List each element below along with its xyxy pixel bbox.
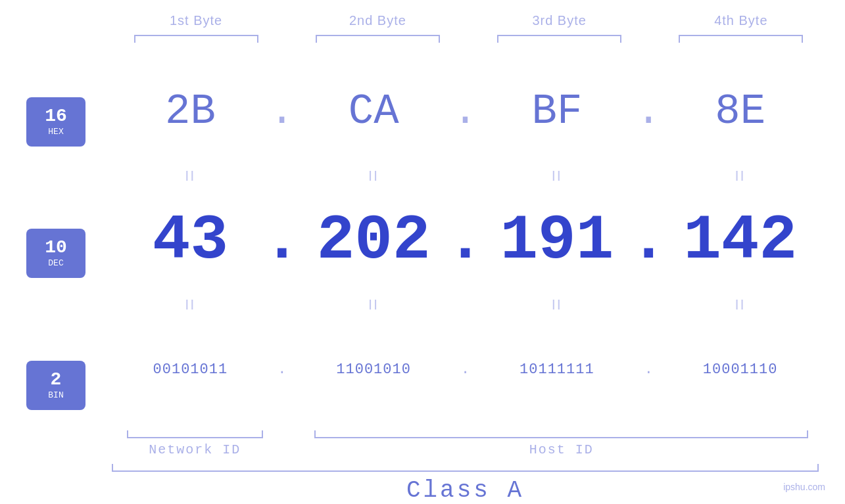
dec-byte4: 142 [683,205,797,277]
bin-byte1: 00101011 [153,361,228,378]
bin-number: 2 [51,371,62,389]
hex-dot2: . [452,88,477,135]
hex-dot3: . [636,88,661,135]
dec-row: 43 . 202 . 191 . 142 [112,185,819,296]
watermark: ipshu.com [783,482,825,492]
dec-badge: 10 DEC [26,229,85,278]
content-cols: 2B . CA . BF . 8E [112,56,819,504]
eq1-b2: II [368,168,379,185]
eq1-b1: II [185,168,195,185]
eq2-b3: II [552,296,562,313]
bottom-brackets: Network ID Host ID [112,430,819,457]
network-id-label: Network ID [149,442,241,457]
host-id-label: Host ID [529,442,594,457]
network-id-bracket: Network ID [112,430,278,457]
byte4-header: 4th Byte [664,13,819,28]
bin-label: BIN [48,390,63,400]
eq1-b3: II [552,168,562,185]
bin-byte2: 11001010 [336,361,411,378]
bin-byte3: 10111111 [519,361,594,378]
top-brackets [26,35,819,43]
hex-label: HEX [48,127,63,137]
eq1-b4: II [735,168,746,185]
eq2-b1: II [185,296,195,313]
equals-row1: II II II II [112,168,819,185]
byte1-header: 1st Byte [118,13,274,28]
byte3-header: 3rd Byte [482,13,637,28]
dec-byte3: 191 [500,205,614,277]
hex-byte4: 8E [715,88,765,135]
class-label: Class A [406,477,524,504]
main-container: 1st Byte 2nd Byte 3rd Byte 4th Byte 16 H… [0,0,845,504]
rows-area: 16 HEX 10 DEC 2 BIN 2B . [26,56,819,504]
bin-badge: 2 BIN [26,361,85,410]
bin-dot2: . [461,361,470,378]
dec-number: 10 [45,239,67,257]
hex-number: 16 [45,107,67,126]
byte-headers: 1st Byte 2nd Byte 3rd Byte 4th Byte [26,0,819,28]
bin-dot3: . [644,361,653,378]
dec-byte2: 202 [317,205,431,277]
hex-row: 2B . CA . BF . 8E [112,56,819,168]
class-section: Class A [112,464,819,504]
bin-dot1: . [278,361,286,378]
hex-byte2: CA [349,88,399,135]
bin-byte4: 10001110 [703,361,778,378]
labels-col: 16 HEX 10 DEC 2 BIN [26,56,112,504]
bin-row: 00101011 . 11001010 . 10111111 . [112,313,819,425]
eq2-b4: II [735,296,746,313]
hex-dot1: . [270,88,295,135]
hex-byte3: BF [531,88,582,135]
eq2-b2: II [368,296,379,313]
equals-row2: II II II II [112,296,819,313]
host-id-bracket: Host ID [304,430,819,457]
hex-badge: 16 HEX [26,97,85,147]
hex-byte1: 2B [165,88,216,135]
byte2-header: 2nd Byte [300,13,455,28]
dec-byte1: 43 [153,205,228,277]
dec-label: DEC [48,258,63,268]
